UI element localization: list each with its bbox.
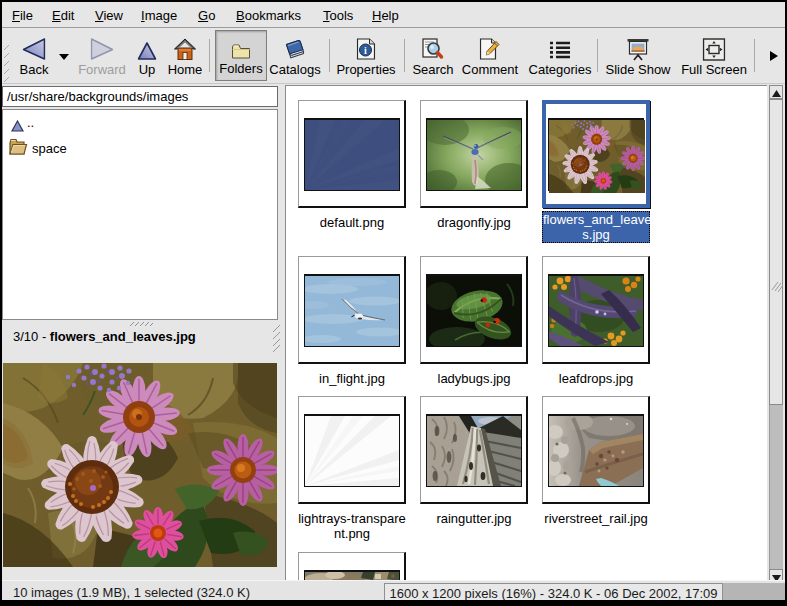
svg-text:i: i — [364, 45, 367, 56]
